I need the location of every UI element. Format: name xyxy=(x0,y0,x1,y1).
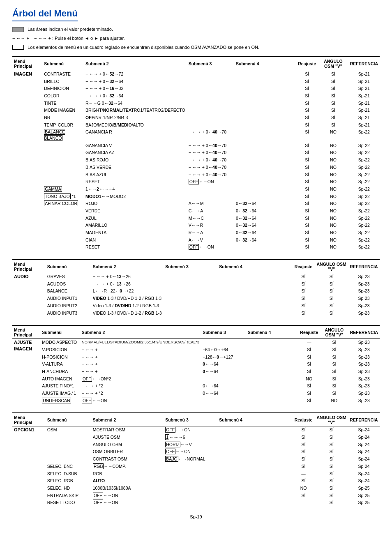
sub1-osm: OSM xyxy=(46,426,91,463)
table-row: IMAGEN CONTRASTE − ←→ + 0←52→72 SÍ SÍ Sp… xyxy=(12,70,380,78)
sub1-contraste: CONTRASTE xyxy=(42,70,84,78)
col-header-reajuste-audio: Reajuste xyxy=(292,260,315,273)
table-row: AUTO IMAGEN OFF←→ON*2 NO SÍ Sp-23 xyxy=(12,375,380,382)
col-header-menu: Menú Principal xyxy=(12,57,42,70)
col-header-sub3-op1: Submenú 3 xyxy=(164,413,217,426)
table-row: AMARILLO V←→R 0←32→64 SÍ NO Sp-22 xyxy=(12,222,380,229)
table-row: AJUSTE FINO*1 − ←→ + *2 0←→64 SÍ SÍ Sp-2… xyxy=(12,382,380,390)
table-row: BRILLO − ←→ + 0←32→64 SÍ SÍ Sp-21 xyxy=(12,78,380,85)
table-row: VERDE C←→A 0←32→64 SÍ NO Sp-22 xyxy=(12,207,380,214)
table-row: COLOR − ←→ + 0←32→64 SÍ SÍ Sp-21 xyxy=(12,92,380,99)
table-row: OPCION1 OSM MOSTRAR OSM OFF←→ON SÍ SÍ Sp… xyxy=(12,426,380,433)
legend-text-1: :Las áreas indican el valor predetermina… xyxy=(26,25,113,34)
col-header-reajuste-op1: Reajuste xyxy=(292,413,315,426)
col-header-angulo: ANGULO OSM "V" xyxy=(318,57,348,70)
table-row: TINTE R←→G 0←32→64 SÍ SÍ Sp-21 xyxy=(12,99,380,107)
table-row: GAMMA 1←→2←····→4 SÍ NO Sp-22 xyxy=(12,185,380,193)
table-row: ENTRADA SKIP OFF←→ON SÍ SÍ Sp-25 xyxy=(12,492,380,499)
table-row: AJUSTE IMAGEN MODO ASPECTO NORMAL/FULL/S… xyxy=(12,339,380,346)
col-header-sub1-op1: Submenú xyxy=(46,413,91,426)
col-header-sub2-audio: Submenú 2 xyxy=(91,260,164,273)
table-row: BIAS ROJO − ←→ + 0←40→70 SÍ NO Sp-22 xyxy=(12,157,380,164)
col-header-sub1: Submenú xyxy=(42,57,84,70)
table-row: CIAN A←→V 0←32→64 SÍ NO Sp-22 xyxy=(12,236,380,244)
col-header-sub2-op1: Submenú 2 xyxy=(91,413,164,426)
menu-label-opcion1: OPCION1 xyxy=(12,426,46,506)
legend-text-3: :Los elementos de menú en un cuadro regl… xyxy=(26,44,259,52)
table-row: AUDIO INPUT1 VIDEO 1-3 / DVD/HD 1-2 / RG… xyxy=(12,295,380,302)
table-row: UNDERSCAN OFF←→ON SÍ NO Sp-23 xyxy=(12,397,380,404)
col-header-reajuste-ai: Reajuste xyxy=(298,325,320,339)
col-header-sub1-ai: Submenú xyxy=(40,325,80,339)
legend-box-gray xyxy=(12,27,24,32)
table-row: SELEC. D-SUB RGB — SÍ Sp-24 xyxy=(12,470,380,477)
table-row: AGUDOS − ←→ + 0←13→26 SÍ SÍ Sp-23 xyxy=(12,280,380,288)
table-row: V-POSICION − ←→ + −64←0→+64 SÍ SÍ Sp-23 xyxy=(12,346,380,353)
col-header-menu-op1: Menú Principal xyxy=(12,413,46,426)
table-row: BALANCE BLANCO GANANCIA R − ←→ + 0←40→70… xyxy=(12,129,380,142)
table-row: SELEC. HD 1080B/1035I/1080A NO SÍ Sp-25 xyxy=(12,484,380,492)
col-header-angulo-ai: ANGULO OSM "V" xyxy=(320,325,348,339)
table-row: GANANCIA V − ←→ + 0←40→70 SÍ NO Sp-22 xyxy=(12,142,380,149)
col-header-angulo-op1: ANGULO OSM "V" xyxy=(315,413,348,426)
col-header-ref: REFERENCIA xyxy=(348,57,380,70)
section-ajuste-imagen: Menú Principal Submenú Submenú 2 Submenú… xyxy=(12,325,380,404)
section-audio: Menú Principal Submenú Submenú 2 Submenú… xyxy=(12,259,380,317)
col-header-sub4-audio: Submenú 4 xyxy=(217,260,292,273)
section-opcion1: Menú Principal Submenú Submenú 2 Submenú… xyxy=(12,412,380,507)
col-header-sub4-ai: Submenú 4 xyxy=(246,325,298,339)
table-row: AUDIO INPUT2 Video 1-3 / DVD/HD 1-2 / RG… xyxy=(12,302,380,309)
table-row: RESET TODO OFF←→ON — SÍ Sp-25 xyxy=(12,499,380,507)
legend-text-2: − ←→ + : Pulse el botón ◄ o ► para ajust… xyxy=(34,35,125,43)
table-row: AUDIO GRAVES − ←→ + 0←13→26 SÍ SÍ Sp-23 xyxy=(12,273,380,280)
sub4-contraste xyxy=(234,70,296,78)
legend-arrow: − ←→ + : xyxy=(12,35,32,43)
col-header-sub2-ai: Submenú 2 xyxy=(80,325,201,339)
table-row: SELEC. RGB AUTO SÍ SÍ Sp-24 xyxy=(12,477,380,485)
table-row: TEMP. COLOR BAJO/MEDIO/B/MEDIO/ALTO SÍ S… xyxy=(12,121,380,129)
col-header-reajuste: Reajuste xyxy=(296,57,318,70)
table-row: RESET OFF←→ON SÍ NO Sp-22 xyxy=(12,244,380,251)
table-row: H-ANCHURA − ←→ + 0←→64 SÍ SÍ Sp-23 xyxy=(12,368,380,375)
col-header-sub3-ai: Submenú 3 xyxy=(201,325,246,339)
page-number: Sp-19 xyxy=(12,514,380,519)
table-row: H-POSICION − ←→ + −128←0→+127 SÍ SÍ Sp-2… xyxy=(12,353,380,361)
table-row: V-ALTURA − ←→ + 0←→64 SÍ SÍ Sp-23 xyxy=(12,361,380,368)
section-imagen: Menú Principal Submenú Submenú 2 Submenú… xyxy=(12,56,380,251)
table-row: BIAS AZUL − ←→ + 0←40→70 SÍ NO Sp-22 xyxy=(12,171,380,178)
sub3-contraste xyxy=(187,70,234,78)
table-row: AUDIO INPUT3 VIDEO 1-3 / DVD/HD 1-2 / RG… xyxy=(12,309,380,317)
sub2-contraste: − ←→ + 0←52→72 xyxy=(84,70,187,78)
table-row: AZUL M←→C 0←32→64 SÍ NO Sp-22 xyxy=(12,214,380,222)
col-header-ref-audio: REFERENCIA xyxy=(348,260,380,273)
sub2-brillo: − ←→ + 0←32→64 xyxy=(84,78,187,85)
table-row: BALANCE L←→R −22←0→+22 SÍ SÍ Sp-23 xyxy=(12,288,380,295)
col-header-ref-ai: REFERENCIA xyxy=(348,325,380,339)
col-header-angulo-audio: ANGULO OSM "V" xyxy=(315,260,348,273)
legend-section: :Las áreas indican el valor predetermina… xyxy=(12,25,380,51)
table-row: SELEC. BNC RGB←→COMP. SÍ SÍ Sp-24 xyxy=(12,463,380,470)
table-row: TONO BAJO *1 MODO1←→MODO2 SÍ NO Sp-22 xyxy=(12,193,380,200)
menu-label-audio: AUDIO xyxy=(12,273,46,317)
table-row: RESET OFF←→ON SÍ NO Sp-22 xyxy=(12,178,380,186)
reajuste-contraste: SÍ xyxy=(296,70,318,78)
table-row: AFINAR COLOR ROJO A←→M 0←32→64 SÍ NO Sp-… xyxy=(12,200,380,207)
col-header-ref-op1: REFERENCIA xyxy=(348,413,380,426)
table-row: DEFINICION − ←→ + 0←16→32 SÍ SÍ Sp-21 xyxy=(12,85,380,92)
table-row: GANANCIA AZ − ←→ + 0←40→70 SÍ NO Sp-22 xyxy=(12,149,380,157)
col-header-sub3: Submenú 3 xyxy=(187,57,234,70)
table-row: MAGENTA R←→A 0←32→64 SÍ NO Sp-22 xyxy=(12,229,380,237)
page-title: Árbol del Menú xyxy=(12,8,78,21)
table-row: NR OFF/NR-1/NR-2/NR-3 SÍ SÍ Sp-21 xyxy=(12,114,380,122)
col-header-sub1-audio: Submenú xyxy=(46,260,91,273)
col-header-sub4: Submenú 4 xyxy=(234,57,296,70)
col-header-sub4-op1: Submenú 4 xyxy=(217,413,292,426)
angulo-contraste: SÍ xyxy=(318,70,348,78)
col-header-sub2: Submenú 2 xyxy=(84,57,187,70)
col-header-menu-audio: Menú Principal xyxy=(12,260,46,273)
table-row: AJUSTE IMAG.*1 − ←→ + *2 0←→64 SÍ SÍ Sp-… xyxy=(12,390,380,397)
table-row: MODE IMAGEN BRIGHT/NORMAL/TEATRO1/TEATRO… xyxy=(12,107,380,114)
menu-label-imagen: IMAGEN xyxy=(12,70,42,251)
col-header-sub3-audio: Submenú 3 xyxy=(164,260,217,273)
menu-label-ajuste-imagen: AJUSTE IMAGEN xyxy=(12,339,40,404)
